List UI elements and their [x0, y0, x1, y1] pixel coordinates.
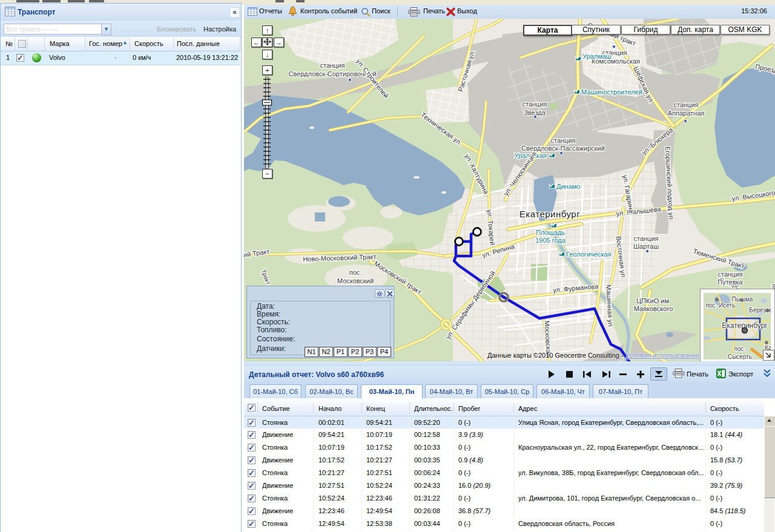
svg-text:ий Тракт: ий Тракт — [244, 248, 270, 258]
svg-text:Аппаратная: Аппаратная — [668, 110, 705, 117]
svg-text:ул. Фурманова: ул. Фурманова — [553, 283, 599, 294]
svg-text:ул. Гагарина: ул. Гагарина — [622, 174, 636, 214]
svg-text:Екатеринбург: Екатеринбург — [519, 209, 580, 219]
svg-text:Тракт: Тракт — [260, 269, 272, 286]
svg-text:станция: станция — [673, 101, 698, 108]
svg-text:Московский: Московский — [337, 277, 374, 284]
svg-text:Техническая ул.: Техническая ул. — [420, 111, 464, 146]
svg-text:ул. Малышева: ул. Малышева — [616, 205, 662, 217]
svg-text:ул. Высоцкого: ул. Высоцкого — [731, 189, 775, 202]
svg-text:Площадь: Площадь — [536, 229, 565, 236]
svg-text:Свердловск-Пассажирский: Свердловск-Пассажирский — [521, 145, 605, 152]
svg-text:Машинная ул: Машинная ул — [605, 284, 615, 327]
svg-text:ул. Токарей: ул. Токарей — [486, 209, 496, 246]
svg-text:Тюменский Тракт: Тюменский Тракт — [692, 248, 745, 270]
svg-text:Егоршинский подход ул.: Егоршинский подход ул. — [664, 146, 675, 222]
svg-text:1905 года: 1905 года — [535, 237, 566, 244]
svg-text:Уралмаш: Уралмаш — [582, 53, 612, 60]
svg-text:станция: станция — [633, 235, 658, 242]
svg-text:Путевка: Путевка — [717, 278, 743, 286]
svg-text:пос.: пос. — [349, 269, 362, 276]
svg-text:Шарташ: Шарташ — [633, 243, 659, 250]
svg-text:Машиностроителей: Машиностроителей — [581, 88, 642, 96]
svg-text:ул. Строителей: ул. Строителей — [355, 57, 390, 99]
svg-text:Шефская ул.: Шефская ул. — [632, 65, 656, 105]
svg-text:ЦПКиО им: ЦПКиО им — [636, 297, 669, 304]
svg-text:пос.: пос. — [734, 346, 746, 352]
svg-text:Геологическая: Геологическая — [566, 251, 612, 258]
svg-text:Динамо: Динамо — [556, 183, 580, 190]
svg-text:Маяковского: Маяковского — [634, 305, 673, 312]
svg-text:ул. Серафимы Дерябиной: ул. Серафимы Дерябиной — [444, 269, 496, 340]
svg-text:станция: станция — [717, 271, 742, 278]
svg-text:пос. Исеть: пос. Исеть — [706, 302, 736, 309]
svg-text:станция: станция — [522, 100, 547, 108]
svg-text:Восточная ул.: Восточная ул. — [615, 235, 628, 279]
svg-text:ул. Халтурина: ул. Халтурина — [464, 153, 490, 195]
svg-text:Проезд: Проезд — [754, 62, 775, 74]
svg-text:Ново-Московский Тракт: Ново-Московский Тракт — [303, 253, 377, 263]
svg-text:станция: станция — [320, 62, 345, 69]
svg-text:станция: станция — [550, 137, 575, 144]
svg-text:ул. Репина: ул. Репина — [481, 243, 516, 259]
svg-text:Расточная ул.: Расточная ул. — [457, 49, 476, 92]
svg-text:Сысерть: Сысерть — [728, 353, 752, 360]
